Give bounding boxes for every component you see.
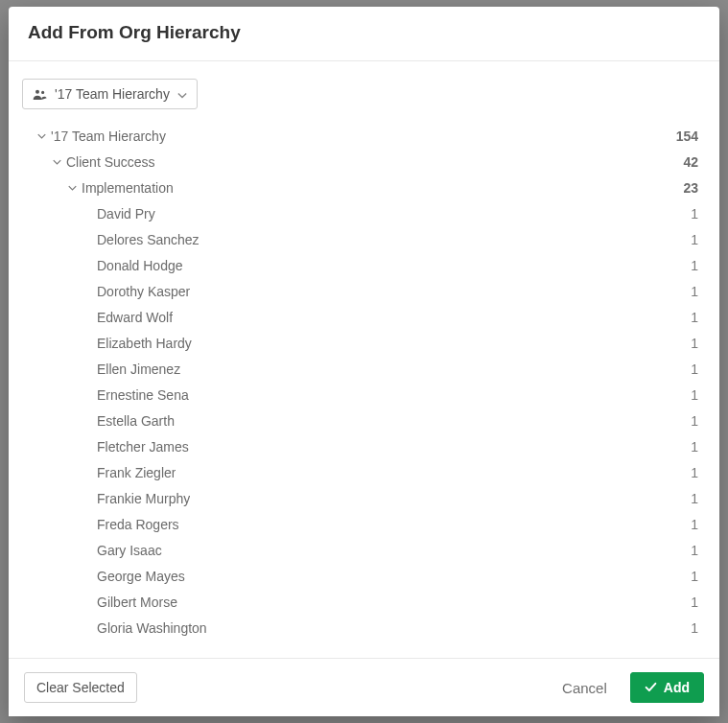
tree-row-count: 1 (691, 258, 698, 273)
tree-row[interactable]: Gilbert Morse1 (9, 589, 716, 615)
svg-point-1 (41, 91, 44, 94)
tree-row-label: Edward Wolf (97, 310, 173, 325)
tree-row[interactable]: Fletcher James1 (9, 433, 716, 459)
tree-row[interactable]: Dorothy Kasper1 (9, 278, 716, 304)
tree-row[interactable]: Delores Sanchez1 (9, 226, 716, 252)
tree-row-label: George Mayes (97, 569, 185, 584)
team-icon (33, 88, 47, 101)
tree-row[interactable]: Estella Garth1 (9, 408, 716, 433)
tree-row-count: 1 (691, 517, 698, 532)
tree-row-count: 1 (691, 620, 698, 636)
add-button[interactable]: Add (630, 672, 704, 703)
tree-row-count: 1 (691, 465, 698, 480)
tree-row[interactable]: Donald Hodge1 (9, 252, 716, 278)
chevron-down-icon[interactable] (35, 133, 47, 139)
modal-title: Add From Org Hierarchy (28, 22, 700, 43)
tree-row[interactable]: Client Success42 (9, 149, 716, 175)
add-button-label: Add (664, 680, 690, 695)
tree-row[interactable]: Implementation23 (9, 175, 716, 200)
tree-row-count: 1 (691, 439, 698, 455)
tree-row-label: Ernestine Sena (97, 387, 189, 403)
hierarchy-selector-row: '17 Team Hierarchy (9, 61, 719, 123)
tree-row-count: 1 (691, 387, 698, 403)
tree-row-label: Donald Hodge (97, 258, 183, 273)
tree-row-count: 23 (683, 180, 698, 196)
clear-selected-button[interactable]: Clear Selected (24, 672, 137, 703)
tree-row[interactable]: Frankie Murphy1 (9, 485, 716, 511)
tree-row[interactable]: '17 Team Hierarchy154 (9, 123, 716, 149)
tree-row-label: Frankie Murphy (97, 491, 190, 506)
tree-row-label: Frank Ziegler (97, 465, 176, 480)
tree-row-count: 1 (691, 543, 698, 558)
chevron-down-icon (177, 86, 187, 102)
tree-row[interactable]: Gloria Washington1 (9, 615, 716, 641)
add-from-org-hierarchy-modal: Add From Org Hierarchy '17 Team Hierarch… (9, 7, 719, 716)
tree-row-count: 1 (691, 232, 698, 247)
tree-row[interactable]: Ellen Jimenez1 (9, 356, 716, 382)
tree-row[interactable]: Edward Wolf1 (9, 304, 716, 330)
hierarchy-select[interactable]: '17 Team Hierarchy (22, 79, 198, 109)
tree-row-count: 1 (691, 413, 698, 429)
tree-row-count: 1 (691, 336, 698, 351)
check-icon (645, 681, 658, 694)
tree-row-label: Client Success (66, 154, 155, 170)
tree-row-count: 1 (691, 310, 698, 325)
tree-row-label: Ellen Jimenez (97, 362, 180, 377)
tree-row-count: 154 (676, 128, 698, 144)
tree-row-label: David Pry (97, 206, 155, 222)
tree-row[interactable]: Freda Rogers1 (9, 511, 716, 537)
tree-row-label: Dorothy Kasper (97, 284, 190, 299)
hierarchy-tree[interactable]: '17 Team Hierarchy154Client Success42Imp… (9, 123, 719, 658)
tree-row-label: Elizabeth Hardy (97, 336, 192, 351)
svg-point-0 (35, 90, 39, 94)
tree-row-count: 1 (691, 284, 698, 299)
tree-row-label: Gilbert Morse (97, 595, 177, 610)
chevron-down-icon[interactable] (51, 159, 62, 165)
tree-row-count: 1 (691, 362, 698, 377)
modal-body: '17 Team Hierarchy '17 Team Hierarchy154… (9, 61, 719, 658)
tree-row[interactable]: Ernestine Sena1 (9, 382, 716, 408)
tree-row[interactable]: Gary Isaac1 (9, 537, 716, 563)
tree-row[interactable]: George Mayes1 (9, 563, 716, 589)
tree-row-count: 1 (691, 569, 698, 584)
tree-row-label: Gary Isaac (97, 543, 162, 558)
tree-row[interactable]: Frank Ziegler1 (9, 459, 716, 485)
tree-row-label: Gloria Washington (97, 620, 207, 636)
tree-row-count: 1 (691, 491, 698, 506)
tree-row-label: Estella Garth (97, 413, 175, 429)
tree-row[interactable]: Elizabeth Hardy1 (9, 330, 716, 356)
tree-row-label: Implementation (82, 180, 174, 196)
tree-row-label: Fletcher James (97, 439, 189, 455)
tree-row-label: Delores Sanchez (97, 232, 200, 247)
tree-row-label: Freda Rogers (97, 517, 179, 532)
hierarchy-select-label: '17 Team Hierarchy (55, 86, 170, 102)
tree-row-count: 1 (691, 206, 698, 222)
modal-header: Add From Org Hierarchy (9, 7, 719, 61)
cancel-button[interactable]: Cancel (558, 673, 611, 703)
modal-footer: Clear Selected Cancel Add (9, 658, 719, 716)
chevron-down-icon[interactable] (66, 185, 78, 191)
tree-row-count: 42 (683, 154, 698, 170)
tree-row-count: 1 (691, 595, 698, 610)
tree-row[interactable]: David Pry1 (9, 200, 716, 226)
tree-row-label: '17 Team Hierarchy (51, 128, 166, 144)
